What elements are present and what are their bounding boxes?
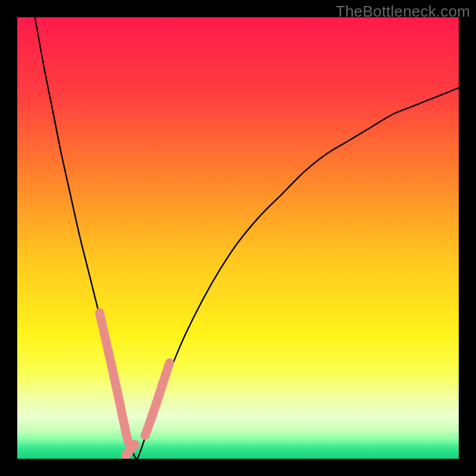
plot-area [17,17,459,459]
watermark-text: TheBottleneck.com [336,2,470,21]
chart-svg [17,17,459,459]
marker-capsule [125,429,129,443]
marker-capsule [104,330,107,344]
marker-capsule [99,313,102,327]
outer-frame: TheBottleneck.com [0,0,476,476]
bottleneck-curve [35,17,459,459]
highlight-markers [99,313,170,456]
marker-capsule [165,363,170,377]
